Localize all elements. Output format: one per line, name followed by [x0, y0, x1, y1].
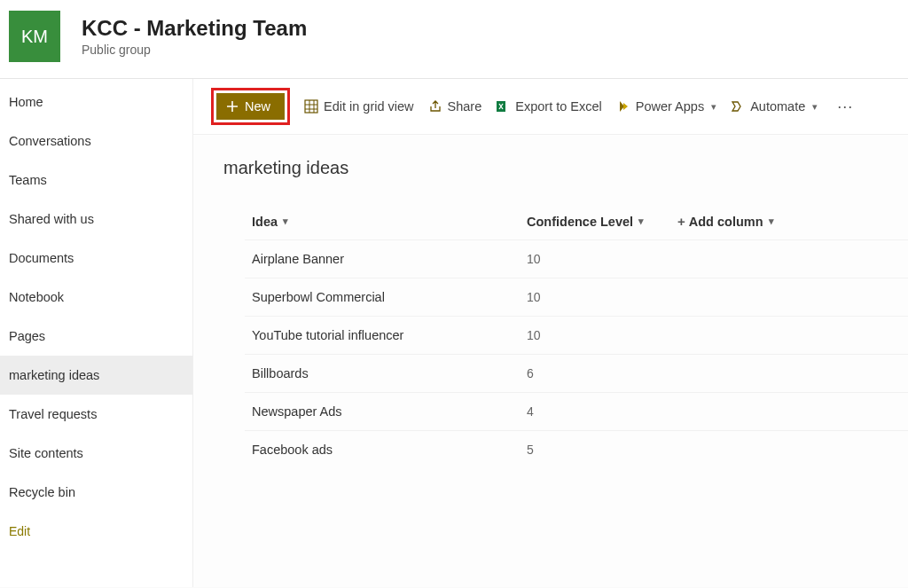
svg-rect-0 — [305, 100, 317, 113]
table-row[interactable]: Newspaper Ads 4 — [245, 392, 908, 430]
more-actions-button[interactable]: ··· — [832, 98, 858, 116]
sidebar-item-travel-requests[interactable]: Travel requests — [0, 395, 192, 434]
cell-idea: Newspaper Ads — [245, 393, 520, 430]
sidebar: Home Conversations Teams Shared with us … — [0, 79, 193, 587]
power-apps-label: Power Apps — [636, 99, 704, 114]
share-label: Share — [448, 99, 482, 114]
cell-confidence: 10 — [520, 240, 670, 278]
sidebar-item-site-contents[interactable]: Site contents — [0, 434, 192, 473]
table-row[interactable]: Facebook ads 5 — [245, 430, 908, 468]
plus-icon — [225, 99, 239, 114]
title-block: KCC - Marketing Team Public group — [82, 16, 307, 57]
export-label: Export to Excel — [515, 99, 602, 114]
power-apps-button[interactable]: Power Apps ▾ — [616, 99, 716, 114]
cell-idea: Airplane Banner — [245, 240, 520, 278]
table-row[interactable]: Superbowl Commercial 10 — [245, 278, 908, 316]
cell-confidence: 10 — [520, 278, 670, 316]
cell-confidence: 10 — [520, 317, 670, 354]
share-icon — [428, 99, 442, 114]
cell-idea: Facebook ads — [245, 431, 520, 468]
sidebar-item-recycle-bin[interactable]: Recycle bin — [0, 473, 192, 512]
sidebar-item-conversations[interactable]: Conversations — [0, 122, 192, 161]
automate-label: Automate — [750, 99, 805, 114]
column-header-idea[interactable]: Idea ▾ — [245, 204, 520, 239]
cell-confidence: 6 — [520, 355, 670, 392]
column-header-confidence-label: Confidence Level — [527, 215, 633, 229]
list-grid: Idea ▾ Confidence Level ▾ + Add column ▾… — [245, 203, 908, 468]
grid-icon — [304, 99, 318, 114]
cell-idea: Superbowl Commercial — [245, 278, 520, 316]
list-title: marketing ideas — [193, 135, 908, 185]
site-avatar: KM — [9, 11, 60, 62]
edit-grid-button[interactable]: Edit in grid view — [304, 99, 414, 114]
add-column-label: Add column — [689, 215, 763, 229]
table-row[interactable]: Billboards 6 — [245, 354, 908, 392]
column-header-idea-label: Idea — [252, 215, 278, 229]
site-header: KM KCC - Marketing Team Public group — [0, 0, 908, 79]
sidebar-item-teams[interactable]: Teams — [0, 161, 192, 200]
table-row[interactable]: YouTube tutorial influencer 10 — [245, 316, 908, 354]
sidebar-item-marketing-ideas[interactable]: marketing ideas — [0, 356, 192, 395]
excel-icon — [496, 99, 510, 114]
sidebar-item-notebook[interactable]: Notebook — [0, 278, 192, 317]
site-title: KCC - Marketing Team — [82, 16, 307, 41]
table-row[interactable]: Airplane Banner 10 — [245, 239, 908, 278]
sidebar-item-pages[interactable]: Pages — [0, 317, 192, 356]
chevron-down-icon: ▾ — [711, 101, 716, 113]
grid-header: Idea ▾ Confidence Level ▾ + Add column ▾ — [245, 203, 908, 239]
sidebar-edit-link[interactable]: Edit — [0, 512, 192, 551]
site-subtitle: Public group — [82, 43, 307, 57]
cell-idea: Billboards — [245, 355, 520, 392]
chevron-down-icon: ▾ — [283, 216, 288, 227]
chevron-down-icon: ▾ — [812, 101, 818, 113]
cell-confidence: 4 — [520, 393, 670, 430]
sidebar-item-documents[interactable]: Documents — [0, 239, 192, 278]
export-excel-button[interactable]: Export to Excel — [496, 99, 602, 114]
share-button[interactable]: Share — [428, 99, 482, 114]
plus-icon: + — [677, 214, 685, 229]
cell-idea: YouTube tutorial influencer — [245, 317, 520, 354]
automate-icon — [731, 99, 745, 114]
chevron-down-icon: ▾ — [638, 216, 644, 227]
new-button-highlight: New — [211, 88, 290, 125]
automate-button[interactable]: Automate ▾ — [731, 99, 818, 114]
command-bar: New Edit in grid view Share Export — [193, 79, 908, 135]
power-apps-icon — [616, 99, 630, 114]
column-header-confidence[interactable]: Confidence Level ▾ — [520, 204, 670, 239]
sidebar-item-home[interactable]: Home — [0, 82, 192, 122]
new-button[interactable]: New — [216, 93, 285, 120]
add-column-button[interactable]: + Add column ▾ — [670, 203, 821, 239]
main-content: New Edit in grid view Share Export — [193, 79, 908, 587]
avatar-initials: KM — [21, 27, 48, 47]
chevron-down-icon: ▾ — [769, 216, 774, 227]
new-button-label: New — [245, 99, 270, 114]
edit-grid-label: Edit in grid view — [324, 99, 414, 114]
sidebar-item-shared-with-us[interactable]: Shared with us — [0, 200, 192, 239]
cell-confidence: 5 — [520, 431, 670, 468]
